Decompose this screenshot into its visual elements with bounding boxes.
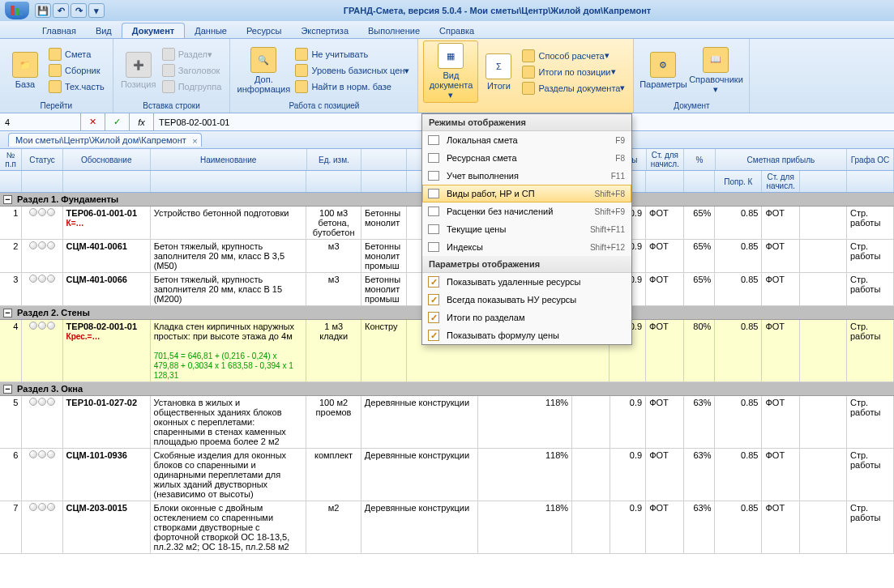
- hdr-obos[interactable]: Обоснование: [63, 149, 151, 170]
- title-bar: 💾 ↶ ↷ ▾ ГРАНД-Смета, версия 5.0.4 - Мои …: [0, 0, 894, 21]
- table-row[interactable]: 5 ТЕР10-01-027-02 Установка в жилых и об…: [0, 396, 894, 449]
- hdr-np[interactable]: № п.п: [0, 149, 22, 170]
- close-tab-icon[interactable]: ×: [192, 136, 197, 146]
- group-label-goto: Перейти: [5, 100, 108, 111]
- baza-button[interactable]: 📁База: [5, 40, 45, 100]
- check-icon: ✓: [426, 275, 442, 288]
- sheet-icon: [426, 187, 442, 200]
- tab-document[interactable]: Документ: [122, 23, 185, 38]
- zagolovok-button[interactable]: Заголовок: [159, 62, 225, 79]
- baza-label: База: [15, 79, 35, 89]
- status-dots: [25, 503, 58, 511]
- fx-icon[interactable]: fx: [130, 113, 154, 130]
- tab-execution[interactable]: Выполнение: [358, 23, 430, 38]
- svg-rect-2: [19, 11, 23, 15]
- group-label-document: Документ: [639, 100, 744, 111]
- menu-tekushie-tseny[interactable]: Текущие ценыShift+F11: [422, 220, 631, 238]
- collapse-icon[interactable]: −: [3, 309, 12, 317]
- collapse-icon[interactable]: −: [3, 385, 12, 394]
- accept-icon[interactable]: ✓: [105, 113, 130, 130]
- app-orb-button[interactable]: [5, 2, 29, 19]
- parametry-button[interactable]: ⚙Параметры: [639, 40, 687, 100]
- dropdown-header-modes: Режимы отображения: [422, 114, 631, 131]
- tab-help[interactable]: Справка: [430, 23, 484, 38]
- status-dots: [25, 241, 58, 249]
- group-label-position: Работа с позицией: [235, 100, 413, 111]
- naiti-button[interactable]: Найти в норм. базе: [292, 79, 413, 95]
- status-dots: [25, 322, 58, 330]
- menu-indeksy[interactable]: ИндексыShift+F12: [422, 238, 631, 256]
- tab-data[interactable]: Данные: [185, 23, 237, 38]
- ribbon-group-insert: ➕Позиция Раздел ▾ Заголовок Подгруппа Вс…: [113, 39, 231, 113]
- hdr-grafa[interactable]: Графа ОС: [847, 149, 894, 170]
- check-icon: ✓: [426, 311, 442, 324]
- itogi-button[interactable]: ΣИтоги: [478, 40, 519, 103]
- hdr-blank[interactable]: [361, 149, 407, 170]
- razdely-button[interactable]: Разделы документа ▾: [519, 80, 628, 96]
- sposob-button[interactable]: Способ расчета ▾: [519, 48, 628, 64]
- hdr-naim[interactable]: Наименование: [151, 149, 307, 170]
- tab-expertise[interactable]: Экспертиза: [291, 23, 358, 38]
- window-title: ГРАНД-Смета, версия 5.0.4 - Мои сметы\Це…: [105, 6, 889, 15]
- tab-main[interactable]: Главная: [32, 23, 86, 38]
- status-dots: [25, 398, 58, 406]
- menu-resursnaya-smeta[interactable]: Ресурсная сметаF8: [422, 149, 631, 167]
- group-label-view: [423, 103, 628, 113]
- name-box[interactable]: 4: [0, 113, 81, 130]
- hdr-stn[interactable]: Ст. для начисл.: [647, 149, 685, 170]
- table-row[interactable]: 7 СЦМ-203-0015 Блоки оконные с двойным о…: [0, 501, 894, 554]
- sheet-icon: [426, 134, 442, 147]
- status-dots: [25, 450, 58, 458]
- qat-customize-icon[interactable]: ▾: [88, 3, 105, 18]
- dropdown-header-params: Параметры отображения: [422, 256, 631, 273]
- itogi-pozitsii-button[interactable]: Итоги по позиции ▾: [519, 64, 628, 80]
- check-icon: ✓: [426, 293, 442, 306]
- tab-view[interactable]: Вид: [86, 23, 122, 38]
- table-row[interactable]: 6 СЦМ-101-0936 Скобяные изделия для окон…: [0, 449, 894, 501]
- sheet-icon: [426, 205, 442, 218]
- spravochniki-button[interactable]: 📖Справочники ▾: [687, 40, 744, 100]
- sbornik-button[interactable]: Сборник: [45, 62, 108, 79]
- ribbon-group-position: 🔍Доп. информация Не учитывать Уровень ба…: [230, 39, 418, 113]
- menu-itogi-po-razdelam[interactable]: ✓Итоги по разделам: [422, 309, 631, 326]
- menu-vidy-rabot[interactable]: Виды работ, НР и СПShift+F8: [422, 185, 631, 202]
- menu-pokazyvat-formulu[interactable]: ✓Показывать формулу цены: [422, 326, 631, 344]
- ribbon: 📁База Смета Сборник Тех.часть Перейти ➕П…: [0, 39, 894, 113]
- qat-undo-icon[interactable]: ↶: [53, 3, 69, 18]
- hdr-stn2[interactable]: Ст. для начисл.: [762, 171, 800, 192]
- sheet-icon: [426, 151, 442, 164]
- tab-resources[interactable]: Ресурсы: [237, 23, 291, 38]
- doc-tab[interactable]: Мои сметы\Центр\Жилой дом\Капремонт×: [8, 133, 202, 147]
- qat-save-icon[interactable]: 💾: [35, 3, 51, 18]
- hdr-pribyl[interactable]: Сметная прибыль: [716, 149, 847, 170]
- podgruppa-button[interactable]: Подгруппа: [159, 79, 225, 95]
- razdel-button[interactable]: Раздел ▾: [159, 46, 225, 62]
- uroven-button[interactable]: Уровень базисных цен ▾: [292, 62, 413, 79]
- menu-rastsenki[interactable]: Расценки без начисленийShift+F9: [422, 202, 631, 220]
- sheet-icon: [426, 241, 442, 254]
- svg-rect-1: [15, 8, 19, 15]
- tehchast-button[interactable]: Тех.часть: [45, 79, 108, 95]
- hdr-popr[interactable]: Попр. К: [715, 171, 762, 192]
- neuchit-button[interactable]: Не учитывать: [292, 46, 413, 62]
- menu-vsegda-pokazyvat-nu[interactable]: ✓Всегда показывать НУ ресурсы: [422, 291, 631, 309]
- collapse-icon[interactable]: −: [3, 195, 12, 204]
- menu-pokazyvat-udalennye[interactable]: ✓Показывать удаленные ресурсы: [422, 273, 631, 291]
- qat-redo-icon[interactable]: ↷: [71, 3, 87, 18]
- menu-lokalnaya-smeta[interactable]: Локальная сметаF9: [422, 131, 631, 149]
- section-row[interactable]: −Раздел 3. Окна: [0, 382, 894, 396]
- hdr-ed[interactable]: Ед. изм.: [307, 149, 362, 170]
- hdr-status[interactable]: Статус: [22, 149, 62, 170]
- status-dots: [25, 275, 58, 283]
- pozitsiya-button[interactable]: ➕Позиция: [118, 40, 159, 100]
- cancel-icon[interactable]: ✕: [81, 113, 105, 130]
- dopinfo-button[interactable]: 🔍Доп. информация: [235, 40, 292, 100]
- smeta-button[interactable]: Смета: [45, 46, 108, 62]
- svg-rect-0: [11, 6, 15, 15]
- sheet-icon: [426, 169, 442, 182]
- group-label-insert: Вставка строки: [118, 100, 225, 111]
- hdr-pct[interactable]: %: [684, 149, 716, 170]
- menu-uchet-vypolneniya[interactable]: Учет выполненияF11: [422, 167, 631, 185]
- vid-dokumenta-button[interactable]: ▦Вид документа ▾: [423, 40, 478, 103]
- sheet-icon: [426, 223, 442, 236]
